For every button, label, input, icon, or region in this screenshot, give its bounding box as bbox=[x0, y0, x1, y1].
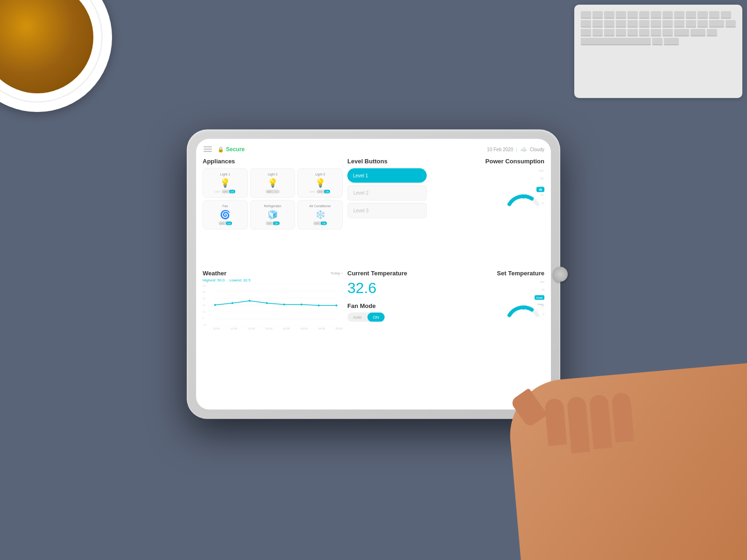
svg-point-11 bbox=[266, 302, 268, 304]
weather-highest: Highest: 50.0 bbox=[203, 278, 225, 282]
light2-icon: 💡 bbox=[254, 178, 292, 188]
level-buttons-title: Level Buttons bbox=[347, 158, 427, 165]
header-right: 10 Feb 2020 | ☁️ Cloudy bbox=[487, 146, 544, 153]
weather-chart bbox=[209, 284, 343, 326]
ac-icon: ❄️ bbox=[301, 210, 339, 220]
cloud-icon: ☁️ bbox=[520, 146, 527, 153]
weather-title: Weather bbox=[203, 270, 226, 277]
fan-name: Fan bbox=[206, 204, 245, 208]
appliances-title: Appliances bbox=[203, 158, 343, 165]
fan-auto-btn[interactable]: Auto bbox=[347, 312, 367, 322]
tablet-screen: 🔒 Secure 10 Feb 2020 | ☁️ Cloudy Applian… bbox=[196, 139, 551, 410]
svg-point-9 bbox=[231, 302, 233, 304]
weather-lowest: Lowest: 32.5 bbox=[229, 278, 250, 282]
fan-mode-toggle: Auto ON bbox=[347, 312, 385, 322]
set-temp-gauge-svg bbox=[502, 280, 544, 322]
temperature-value: 32.6 bbox=[347, 279, 427, 296]
gauge-label-75: 75 bbox=[539, 177, 543, 180]
svg-point-13 bbox=[300, 304, 302, 306]
appliances-section: Appliances Light 1 💡 OFF OFF ON bbox=[203, 158, 343, 265]
svg-point-0 bbox=[522, 196, 525, 198]
keyboard bbox=[574, 5, 742, 98]
svg-point-14 bbox=[317, 305, 319, 307]
svg-point-12 bbox=[283, 304, 285, 306]
power-title: Power Consumption bbox=[431, 158, 544, 166]
appliance-card-light3: Light 3 💡 OFF OFF ON bbox=[297, 168, 343, 198]
set-temp-title: Set Temperature bbox=[431, 270, 544, 278]
appliance-card-refrigerator: Refrigerator 🧊 OFF ON bbox=[250, 200, 296, 230]
refrigerator-name: Refrigerator bbox=[254, 204, 292, 208]
svg-point-10 bbox=[248, 300, 250, 302]
fan-mode-title: Fan Mode bbox=[347, 302, 427, 309]
fan-mode-section: Fan Mode Auto ON bbox=[347, 302, 427, 322]
level-btn-3[interactable]: Level 3 bbox=[347, 203, 427, 218]
appliance-card-light1: Light 1 💡 OFF OFF ON bbox=[203, 168, 248, 198]
gauge-label-100: 100 bbox=[539, 169, 543, 172]
refrigerator-icon: 🧊 bbox=[254, 210, 292, 220]
ac-name: Air Conditioner bbox=[301, 204, 339, 208]
appliance-card-light2: Light 2 💡 OFF ON bbox=[250, 168, 296, 198]
menu-icon[interactable] bbox=[203, 146, 213, 153]
gauge-label-25: 25 bbox=[539, 193, 543, 196]
today-button[interactable]: Today › bbox=[331, 271, 343, 275]
light3-icon: 💡 bbox=[301, 178, 339, 188]
current-temp-title: Current Temperature bbox=[347, 270, 427, 278]
cool-badge: Cool bbox=[535, 295, 544, 300]
weather-label: Cloudy bbox=[530, 147, 544, 152]
svg-point-15 bbox=[335, 305, 337, 307]
hand bbox=[506, 363, 747, 560]
appliance-card-ac: Air Conditioner ❄️ OFF ON bbox=[297, 200, 343, 230]
fan-on-btn[interactable]: ON bbox=[367, 312, 385, 322]
light1-name: Light 1 bbox=[206, 173, 245, 176]
header: 🔒 Secure 10 Feb 2020 | ☁️ Cloudy bbox=[203, 146, 544, 153]
level-buttons-section: Level Buttons Level 1 Level 2 Level 3 bbox=[347, 158, 427, 265]
set-temperature-section: Set Temperature 100 75 50 25 0 bbox=[431, 270, 544, 398]
power-consumption-section: Power Consumption 100 75 bbox=[431, 158, 544, 265]
appliance-card-fan: Fan 🌀 OFF ON bbox=[203, 200, 248, 230]
light2-name: Light 2 bbox=[254, 173, 292, 176]
weather-section: Weather Today › Highest: 50.0 Lowest: 32… bbox=[203, 270, 343, 398]
w-badge: W bbox=[536, 187, 544, 192]
light1-icon: 💡 bbox=[206, 178, 245, 188]
svg-point-16 bbox=[522, 307, 525, 309]
fan-icon: 🌀 bbox=[206, 210, 245, 220]
heat-label: Heat bbox=[537, 302, 543, 305]
tablet: 🔒 Secure 10 Feb 2020 | ☁️ Cloudy Applian… bbox=[187, 130, 560, 419]
lock-icon: 🔒 bbox=[218, 146, 224, 152]
current-temperature-section: Current Temperature 32.6 Fan Mode Auto O… bbox=[347, 270, 427, 398]
gauge-label-0: 0 bbox=[539, 201, 543, 204]
svg-point-8 bbox=[214, 304, 216, 306]
level-btn-1[interactable]: Level 1 bbox=[347, 168, 427, 183]
secure-badge: 🔒 Secure bbox=[218, 146, 245, 153]
tablet-home-button[interactable] bbox=[553, 267, 568, 282]
light3-name: Light 3 bbox=[301, 173, 339, 176]
date-label: 10 Feb 2020 bbox=[487, 147, 513, 152]
level-btn-2[interactable]: Level 2 bbox=[347, 185, 427, 201]
